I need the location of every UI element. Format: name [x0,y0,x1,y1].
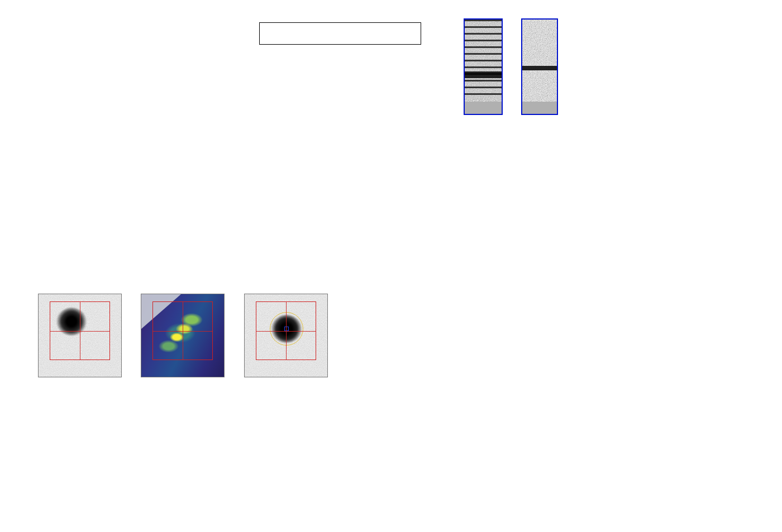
cutout-title [244,282,328,291]
fiber-positions-image [38,294,122,377]
sky-bottom-region [465,102,502,114]
cutout-lineflux-map [141,282,225,291]
sky-lines-texture [465,20,502,99]
elixer-report-page [0,0,782,532]
crosshair-vertical [183,301,183,360]
hsc-r-image [244,294,328,377]
clean-image [521,18,558,115]
sky-dark-band [465,71,502,78]
clean-image-cutout [521,17,558,115]
with-sky-cutout [464,17,503,115]
full-spectrum-plot [36,150,734,259]
lineflux-map-image [141,294,225,377]
line-fit-plot [579,25,731,124]
crosshair-vertical [80,301,80,360]
crosshair-vertical [286,301,287,360]
noise-texture [522,20,558,103]
cutout-hsc-r [244,282,328,291]
cutout-fiber-positions [38,282,122,291]
cutout-title [38,282,122,291]
spec2d-panel [249,16,444,150]
clean-bottom-region [522,102,557,114]
cutout-title [141,282,225,291]
with-sky-image [464,18,503,115]
clean-trace-band [522,66,557,70]
spec2d-top-frame [259,22,421,45]
